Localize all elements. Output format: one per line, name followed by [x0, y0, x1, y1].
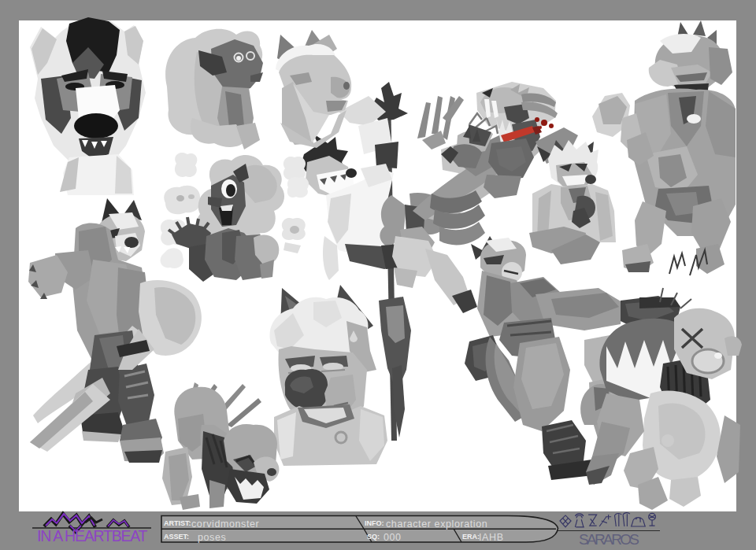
svg-text:poses: poses [198, 532, 226, 543]
svg-text:000: 000 [384, 532, 402, 543]
svg-text:ERA:: ERA: [462, 533, 480, 541]
svg-text:IN A HEARTBEAT: IN A HEARTBEAT [37, 527, 148, 544]
svg-text:INFO:: INFO: [365, 519, 384, 527]
svg-text:IAHB: IAHB [479, 532, 504, 543]
svg-text:SQ:: SQ: [367, 533, 380, 541]
svg-text:character exploration: character exploration [386, 519, 487, 530]
svg-text:SARAROS: SARAROS [579, 531, 639, 548]
svg-text:ASSET:: ASSET: [164, 533, 189, 541]
svg-text:corvidmonster: corvidmonster [191, 519, 259, 530]
svg-text:ARTIST:: ARTIST: [164, 519, 191, 527]
